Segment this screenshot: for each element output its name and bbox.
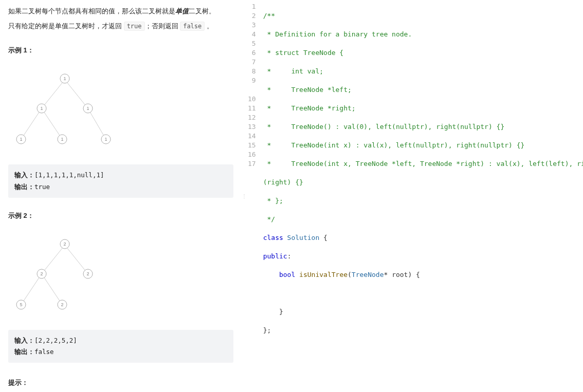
constraints-section: 提示： 给定树的节点数范围是 [1, 100] 。 每个节点的值都是整数，范围为… (8, 378, 233, 392)
text: ；否则返回 (145, 22, 180, 30)
input-value: [2,2,2,5,2] (34, 337, 77, 344)
panel-resize-handle[interactable]: ⋮ (242, 0, 246, 392)
example-1-title: 示例 1： (8, 46, 233, 55)
text: 只有给定的树是单值二叉树时，才返回 (8, 22, 124, 30)
constraints-title: 提示： (8, 378, 233, 387)
example-1-io: 输入：[1,1,1,1,1,null,1] 输出：true (8, 164, 233, 198)
input-value: [1,1,1,1,1,null,1] (34, 171, 104, 179)
svg-text:1: 1 (20, 137, 22, 142)
inline-code: true (124, 22, 145, 31)
desc-paragraph-2: 只有给定的树是单值二叉树时，才返回 true；否则返回 false 。 (8, 20, 233, 33)
svg-line-4 (88, 108, 106, 139)
svg-line-20 (42, 274, 62, 305)
example-2-title: 示例 2： (8, 211, 233, 220)
svg-text:1: 1 (86, 106, 89, 111)
example-2-tree-diagram: 2 2 2 5 2 (8, 233, 101, 315)
svg-line-2 (21, 108, 42, 139)
input-label: 输入： (14, 172, 34, 179)
svg-line-17 (42, 245, 65, 274)
code-editor[interactable]: /** * Definition for a binary tree node.… (260, 0, 583, 392)
svg-text:1: 1 (104, 137, 107, 142)
text: 如果二叉树每个节点都具有相同的值，那么该二叉树就是 (8, 7, 175, 15)
output-label: 输出： (14, 183, 34, 191)
svg-text:2: 2 (61, 302, 63, 307)
svg-line-19 (21, 274, 42, 305)
problem-description: 如果二叉树每个节点都具有相同的值，那么该二叉树就是单值二叉树。 只有给定的树是单… (8, 5, 233, 32)
svg-text:2: 2 (63, 241, 66, 247)
svg-text:2: 2 (40, 271, 43, 276)
example-2-io: 输入：[2,2,2,5,2] 输出：false (8, 330, 233, 363)
desc-paragraph-1: 如果二叉树每个节点都具有相同的值，那么该二叉树就是单值二叉树。 (8, 5, 233, 18)
problem-description-panel[interactable]: 如果二叉树每个节点都具有相同的值，那么该二叉树就是单值二叉树。 只有给定的树是单… (0, 0, 242, 392)
svg-line-0 (42, 80, 65, 108)
svg-text:5: 5 (20, 302, 22, 307)
input-label: 输入： (14, 337, 34, 344)
emphasis: 单值 (175, 7, 189, 15)
line-number-gutter: 1234567891011121314151617 (246, 0, 260, 392)
example-1-tree-diagram: 1 1 1 1 1 1 (8, 67, 116, 150)
svg-text:1: 1 (61, 137, 63, 142)
svg-line-18 (65, 245, 88, 274)
inline-code: false (180, 22, 205, 31)
svg-text:1: 1 (40, 106, 43, 111)
output-label: 输出： (14, 348, 34, 356)
text: 。 (205, 22, 213, 30)
code-editor-panel[interactable]: 1234567891011121314151617 /** * Definiti… (246, 0, 583, 392)
drag-dots-icon: ⋮ (242, 193, 246, 199)
text: 二叉树。 (189, 7, 215, 15)
svg-line-3 (42, 108, 62, 139)
svg-line-1 (65, 80, 88, 108)
svg-text:2: 2 (86, 271, 89, 276)
svg-text:1: 1 (63, 76, 66, 81)
output-value: true (34, 183, 50, 191)
output-value: false (34, 348, 54, 356)
